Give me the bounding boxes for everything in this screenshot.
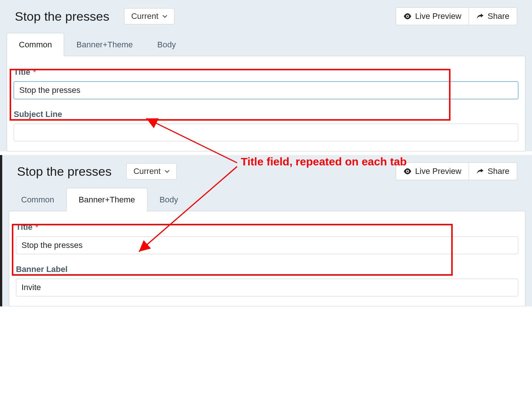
panel-header: Stop the presses Current Live Preview Sh… <box>0 0 532 33</box>
tab-common[interactable]: Common <box>7 33 64 56</box>
version-select[interactable]: Current <box>124 8 174 24</box>
title-label: Title * <box>16 222 518 232</box>
svg-point-1 <box>407 171 408 172</box>
chevron-down-icon <box>162 14 167 19</box>
share-label: Share <box>488 11 509 21</box>
share-button[interactable]: Share <box>469 162 517 180</box>
subject-line-group: Subject Line <box>14 110 518 141</box>
version-select[interactable]: Current <box>126 163 176 179</box>
editor-panel-banner-theme: Stop the presses Current Live Preview Sh… <box>0 155 532 306</box>
required-icon: * <box>33 68 36 76</box>
eye-icon <box>403 13 412 19</box>
version-label: Current <box>133 167 160 176</box>
title-label: Title * <box>14 67 518 77</box>
share-label: Share <box>488 167 509 176</box>
tab-body[interactable]: Body <box>145 33 188 56</box>
share-icon <box>476 168 484 175</box>
tab-banner-theme[interactable]: Banner+Theme <box>64 33 145 56</box>
live-preview-label: Live Preview <box>415 11 462 21</box>
banner-label-group: Banner Label <box>16 265 518 296</box>
panel-header: Stop the presses Current Live Preview Sh… <box>2 155 532 188</box>
share-button[interactable]: Share <box>469 7 517 25</box>
page-title: Stop the presses <box>15 9 109 24</box>
eye-icon <box>403 168 412 174</box>
page-title: Stop the presses <box>17 164 112 179</box>
header-actions: Live Preview Share <box>396 7 517 25</box>
subject-line-label: Subject Line <box>14 110 518 119</box>
tabs: Common Banner+Theme Body <box>0 33 532 56</box>
tab-body[interactable]: Body <box>147 188 190 211</box>
version-label: Current <box>131 11 158 21</box>
tabs: Common Banner+Theme Body <box>2 188 532 211</box>
banner-label-label: Banner Label <box>16 265 518 274</box>
header-actions: Live Preview Share <box>396 162 517 180</box>
live-preview-button[interactable]: Live Preview <box>396 162 469 180</box>
title-input[interactable] <box>14 81 518 99</box>
live-preview-label: Live Preview <box>415 167 462 176</box>
subject-line-input[interactable] <box>14 124 518 141</box>
share-icon <box>476 13 484 20</box>
chevron-down-icon <box>164 169 170 174</box>
tab-banner-theme[interactable]: Banner+Theme <box>66 188 147 211</box>
svg-point-0 <box>407 16 408 17</box>
banner-label-input[interactable] <box>16 279 518 296</box>
title-field-group: Title * <box>16 222 518 254</box>
required-icon: * <box>36 223 38 231</box>
tab-common[interactable]: Common <box>9 188 66 211</box>
title-field-group: Title * <box>14 67 518 99</box>
live-preview-button[interactable]: Live Preview <box>396 7 469 25</box>
title-input[interactable] <box>16 236 518 254</box>
editor-panel-common: Stop the presses Current Live Preview Sh… <box>0 0 532 151</box>
form-area: Title * Banner Label <box>9 211 525 306</box>
form-area: Title * Subject Line <box>7 56 525 151</box>
